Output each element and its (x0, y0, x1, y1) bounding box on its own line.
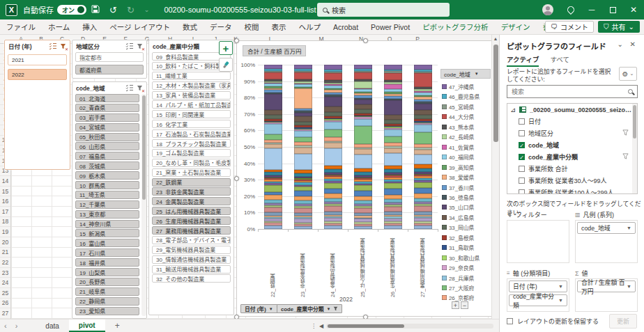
vertical-scrollbar-thumb[interactable] (493, 45, 498, 142)
legend-item[interactable]: 37_香川県 (442, 184, 474, 191)
bar-segment[interactable] (384, 148, 402, 153)
filter-funnel-icon[interactable] (622, 129, 629, 137)
row-header-27[interactable]: 27 (0, 308, 10, 319)
sheet-tab-pivot[interactable]: pivot (69, 319, 105, 332)
ribbon-caret-icon[interactable]: ⌄ (144, 6, 150, 13)
autosave-toggle[interactable]: オン (57, 5, 86, 15)
dropdown-caret-icon[interactable]: ▼ (558, 298, 563, 303)
share-button[interactable]: ⛉ 共有 ⌄ (598, 21, 640, 33)
bar-segment[interactable] (414, 125, 432, 132)
chart-selection-handle[interactable] (363, 38, 368, 43)
slicer-item[interactable]: 21_岐阜県 (75, 287, 139, 296)
area-field-pill[interactable]: code_地域▼ (577, 222, 636, 234)
slicer-date[interactable]: 日付 (年) 20212022 (4, 40, 70, 170)
area-field-pill[interactable]: code_産業中分類▼ (509, 294, 567, 306)
row-header-24[interactable]: 24 (0, 278, 10, 288)
values-area[interactable]: 合計 / 生産額 百万円▼ (575, 278, 638, 312)
bar-segment[interactable] (354, 226, 372, 229)
chart-elements-button[interactable]: + (219, 41, 233, 55)
ribbon-tab-ピボットグラフ分析[interactable]: ピボットグラフ分析 (416, 22, 495, 32)
dropdown-caret-icon[interactable]: ▼ (627, 226, 631, 230)
slicer-item[interactable]: 08_茨城県 (75, 161, 139, 170)
field-list-scrollbar[interactable] (632, 104, 637, 193)
bar-segment[interactable] (384, 136, 402, 143)
close-button[interactable]: ✕ (623, 0, 644, 19)
row-header-16[interactable]: 16 (0, 196, 10, 207)
slicer-item[interactable]: 15_印刷・同関連業 (152, 110, 231, 118)
slicer-item[interactable]: 14_神奈川県 (75, 220, 139, 228)
slicer-item[interactable]: 2022 (8, 69, 67, 80)
filter-funnel-icon[interactable] (622, 153, 629, 161)
bar-segment[interactable] (414, 182, 432, 188)
chart-title[interactable]: 合計 / 生産額 百万円 (243, 45, 306, 56)
bar-segment[interactable] (354, 208, 372, 213)
bar-segment[interactable] (264, 207, 282, 213)
bar-segment[interactable] (354, 81, 372, 88)
field-checkbox[interactable] (519, 118, 525, 125)
bar-segment[interactable] (264, 185, 282, 192)
chart-zoom-plus-button[interactable]: + (452, 301, 459, 309)
bar-segment[interactable] (324, 183, 342, 189)
expand-icon[interactable]: ⊿ (510, 106, 516, 113)
chart-axis-field-button[interactable]: code_産業中分類▼ (277, 304, 342, 313)
vertical-scrollbar[interactable]: ▲ (491, 35, 499, 319)
pivot-chart[interactable]: 合計 / 生産額 百万円 0%10%20%30%40%50%60%70%80%9… (236, 40, 495, 317)
legend-item[interactable]: 28_兵庫県 (442, 274, 474, 282)
clear-filter-icon[interactable] (135, 84, 144, 92)
pane-tab-active[interactable]: アクティブ (507, 54, 539, 67)
slicer-item[interactable]: 09_栃木県 (75, 171, 139, 180)
bar-segment[interactable] (294, 148, 312, 154)
row-header-25[interactable]: 25 (0, 288, 10, 299)
bar-segment[interactable] (354, 149, 372, 154)
slicer-item[interactable]: 28_電子部品・デバイス・電子... (152, 236, 231, 244)
ribbon-tab-データ[interactable]: データ (204, 22, 238, 32)
save-icon[interactable] (91, 5, 100, 15)
slicer-item[interactable]: 02_青森県 (75, 104, 139, 112)
chart-bar[interactable] (354, 65, 372, 229)
legend-item[interactable]: 32_島根県 (442, 234, 474, 242)
more-options-icon[interactable]: ⋮ (311, 323, 316, 329)
ribbon-tab-ファイル[interactable]: ファイル (0, 22, 42, 32)
bar-segment[interactable] (324, 226, 342, 229)
field-table-row[interactable]: ⊿_00200_soumu_00200555_seizou30_0... (507, 104, 637, 116)
legend-item[interactable]: 33_岡山県 (442, 223, 474, 231)
slicer-item[interactable]: 10_群馬県 (75, 181, 139, 189)
row-header-20[interactable]: 20 (0, 237, 10, 248)
slicer-item[interactable]: 15_新潟県 (75, 229, 139, 237)
chart-bar[interactable] (264, 65, 282, 229)
chart-bar[interactable] (324, 65, 342, 229)
legend-item[interactable]: 39_高知県 (442, 164, 474, 171)
bar-segment[interactable] (414, 150, 432, 155)
field-checkbox[interactable] (519, 130, 525, 136)
minimize-button[interactable]: ─ (581, 0, 602, 19)
bar-segment[interactable] (294, 137, 312, 142)
ribbon-tab-デザイン[interactable]: デザイン (495, 22, 537, 32)
defer-layout-checkbox[interactable] (507, 318, 513, 324)
horizontal-scrollbar[interactable] (326, 324, 493, 329)
dropdown-caret-icon[interactable]: ▼ (558, 284, 563, 289)
field-row[interactable]: ✓code_産業中分類 (507, 151, 637, 163)
legend-item[interactable]: 27_大阪府 (442, 284, 474, 292)
ribbon-tab-ヘルプ[interactable]: ヘルプ (292, 22, 327, 32)
slicer-item[interactable]: 29_電気機械器具製造業 (152, 246, 231, 254)
slicer-item[interactable]: 17_石油製品・石炭製品製造業 (152, 129, 231, 138)
bar-segment[interactable] (384, 115, 402, 120)
legend-item[interactable]: 35_山口県 (442, 203, 474, 211)
bar-segment[interactable] (294, 154, 312, 170)
slicer-item[interactable]: 05_秋田県 (75, 133, 139, 141)
axis-area[interactable]: 日付 (年)▼code_産業中分類▼ (507, 278, 569, 312)
bar-segment[interactable] (264, 148, 282, 169)
bar-segment[interactable] (414, 110, 432, 115)
bar-segment[interactable] (324, 143, 342, 148)
sheet-nav-right-icon[interactable]: › (15, 322, 18, 330)
bar-segment[interactable] (384, 84, 402, 89)
bar-segment[interactable] (294, 72, 312, 79)
slicer-item[interactable]: 03_岩手県 (75, 113, 139, 122)
row-header-14[interactable]: 14 (0, 176, 10, 187)
legend-item[interactable]: 29_奈良県 (442, 264, 474, 271)
legend-field-button[interactable]: code_地域▼ (440, 69, 491, 79)
bar-segment[interactable] (324, 148, 342, 166)
bar-segment[interactable] (414, 226, 432, 229)
legend-item[interactable]: 40_福岡県 (442, 153, 474, 161)
bar-segment[interactable] (264, 94, 282, 110)
